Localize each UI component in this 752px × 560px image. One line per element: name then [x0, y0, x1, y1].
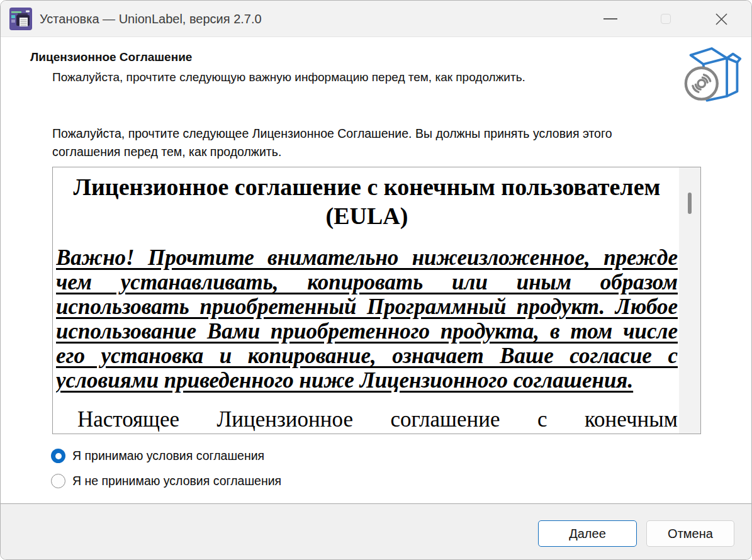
eula-paragraph: Настоящее Лицензионное соглашение с коне…	[56, 407, 678, 434]
eula-heading: Лицензионное соглашение с конечным польз…	[56, 172, 678, 230]
installer-box-icon	[683, 40, 744, 104]
intro-text: Пожалуйста, прочтите следующее Лицензион…	[52, 125, 661, 161]
decline-license-radio[interactable]: Я не принимаю условия соглашения	[51, 474, 281, 488]
maximize-icon	[661, 14, 671, 24]
window-title: Установка — UnionLabel, версия 2.7.0	[40, 1, 262, 37]
license-content: Лицензионное соглашение с конечным польз…	[56, 167, 678, 434]
close-icon	[715, 13, 728, 26]
eula-important-notice: Важно! Прочтите внимательно нижеизложенн…	[56, 245, 678, 393]
title-bar: Установка — UnionLabel, версия 2.7.0	[1, 1, 751, 37]
minimize-button[interactable]	[583, 1, 638, 37]
footer-bar: Далее Отмена	[1, 503, 751, 559]
accept-license-label: Я принимаю условия соглашения	[72, 449, 264, 463]
window-controls	[583, 1, 749, 37]
close-button[interactable]	[693, 1, 749, 37]
installer-window: Установка — UnionLabel, версия 2.7.0 Лиц…	[0, 0, 752, 560]
cancel-button[interactable]: Отмена	[646, 520, 734, 547]
next-button[interactable]: Далее	[538, 520, 637, 547]
page-subtitle: Пожалуйста, прочтите следующую важную ин…	[52, 70, 525, 84]
app-icon	[9, 8, 32, 30]
license-text-area[interactable]: Лицензионное соглашение с конечным польз…	[52, 167, 701, 434]
decline-license-label: Я не принимаю условия соглашения	[72, 474, 281, 488]
accept-license-radio[interactable]: Я принимаю условия соглашения	[51, 449, 264, 463]
license-scrollbar[interactable]	[679, 167, 700, 434]
page-title: Лицензионное Соглашение	[30, 50, 192, 64]
maximize-button	[638, 1, 693, 37]
radio-unselected-icon[interactable]	[51, 474, 65, 488]
scrollbar-thumb[interactable]	[688, 193, 692, 214]
minimize-icon	[603, 18, 617, 20]
radio-selected-icon[interactable]	[51, 449, 65, 463]
